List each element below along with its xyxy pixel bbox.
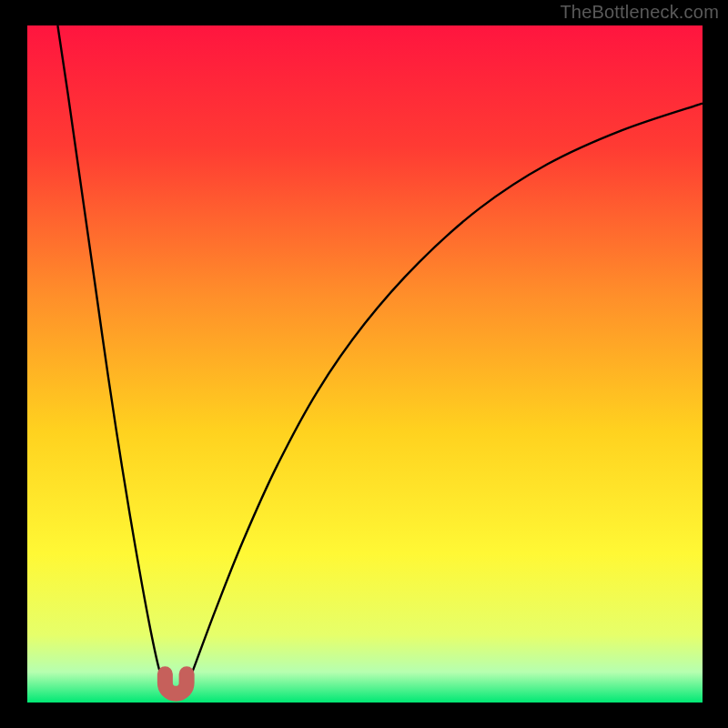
plot-background xyxy=(27,25,703,703)
bottleneck-chart xyxy=(0,0,728,728)
chart-stage: TheBottleneck.com xyxy=(0,0,728,728)
